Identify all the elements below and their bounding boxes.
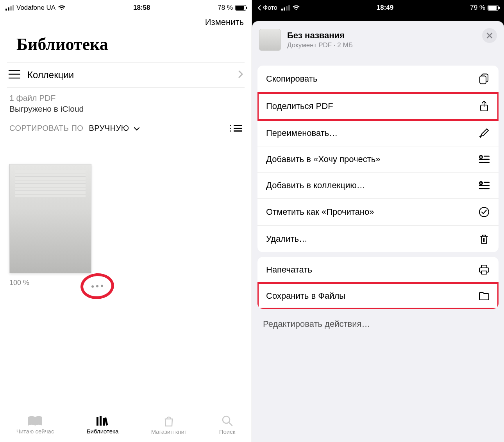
tab-reading-now[interactable]: Читаю сейчас [16,415,54,435]
copy-icon [478,73,490,84]
action-add-collection[interactable]: Добавить в коллекцию… [257,173,499,199]
action-copy[interactable]: Скопировать [257,66,499,93]
sort-label: СОРТИРОВАТЬ ПО [9,124,83,132]
share-sheet: Без названия Документ PDF · 2 МБ Скопиро… [252,21,504,442]
battery-pct: 79 % [470,4,485,12]
books-library-screen: Vodafone UA 18:58 78 % Изменить Библиоте… [0,0,252,442]
collections-row[interactable]: Коллекции [7,62,245,88]
status-bar: Фото 18:49 79 % [252,0,504,16]
close-icon [486,32,493,39]
carrier-label: Vodafone UA [16,4,55,12]
battery-icon [488,5,499,11]
action-delete[interactable]: Удалить… [257,226,499,252]
search-icon [222,415,233,427]
pencil-icon [478,128,490,138]
edit-actions-link[interactable]: Редактировать действия… [252,309,504,339]
actions-group-1: Скопировать Поделиться PDF Переименовать… [257,66,499,252]
folder-icon [478,291,490,301]
action-print[interactable]: Напечатать [257,257,499,283]
list-view-icon[interactable] [234,125,242,132]
add-list-icon [478,181,490,190]
signal-icon [281,5,290,11]
close-button[interactable] [482,28,497,43]
library-icon [96,415,110,426]
file-count: 1 файл PDF [9,93,242,103]
share-icon [478,100,490,112]
tab-library[interactable]: Библиотека [87,415,119,435]
svg-rect-9 [481,271,487,274]
collections-label: Коллекции [27,70,231,80]
actions-group-2: Напечатать Сохранить в Файлы [257,257,499,309]
battery-icon [235,5,246,11]
action-rename[interactable]: Переименовать… [257,120,499,146]
bag-icon [163,415,175,427]
sort-value: ВРУЧНУЮ [89,124,129,132]
star-list-icon [478,155,490,164]
tab-bar: Читаю сейчас Библиотека Магазин книг Пои… [0,405,252,442]
svg-rect-2 [480,76,486,84]
page-title: Библиотека [7,30,245,62]
document-thumbnail[interactable] [9,164,91,273]
chevron-down-icon [134,124,139,132]
tab-store[interactable]: Магазин книг [151,415,187,435]
signal-icon [5,5,14,11]
document-thumb [259,29,281,51]
more-button-highlight[interactable] [80,272,115,300]
document-title: Без названия [287,30,353,41]
trash-icon [478,233,490,244]
wifi-icon [58,5,66,11]
share-sheet-screen: Фото 18:49 79 % Без названия Документ PD… [252,0,504,442]
wifi-icon [292,5,300,11]
sync-status: Выгружено в iCloud [9,104,242,114]
back-to-app[interactable]: Фото [257,4,277,11]
action-want-to-read[interactable]: Добавить в «Хочу прочесть» [257,146,499,173]
chevron-right-icon [238,70,243,80]
action-share-pdf[interactable]: Поделиться PDF [257,93,499,120]
clock: 18:58 [133,4,150,12]
battery-pct: 78 % [218,4,233,12]
printer-icon [478,265,490,275]
hamburger-icon [9,70,20,80]
document-meta: Документ PDF · 2 МБ [287,41,353,49]
checkmark-circle-icon [478,207,490,217]
sort-row[interactable]: СОРТИРОВАТЬ ПО ВРУЧНУЮ [0,121,252,137]
tab-search[interactable]: Поиск [219,415,236,435]
status-bar: Vodafone UA 18:58 78 % [0,0,252,16]
caret-left-icon [257,5,261,11]
action-mark-read[interactable]: Отметить как «Прочитано» [257,199,499,226]
svg-rect-7 [481,265,487,268]
document-progress: 100 % [9,279,242,287]
edit-button[interactable]: Изменить [205,17,244,27]
sheet-header: Без названия Документ PDF · 2 МБ [252,21,504,61]
action-save-to-files[interactable]: Сохранить в Файлы [257,283,499,309]
library-summary: 1 файл PDF Выгружено в iCloud [0,88,252,121]
svg-point-6 [479,207,489,217]
clock: 18:49 [377,4,393,12]
book-open-icon [27,415,43,426]
